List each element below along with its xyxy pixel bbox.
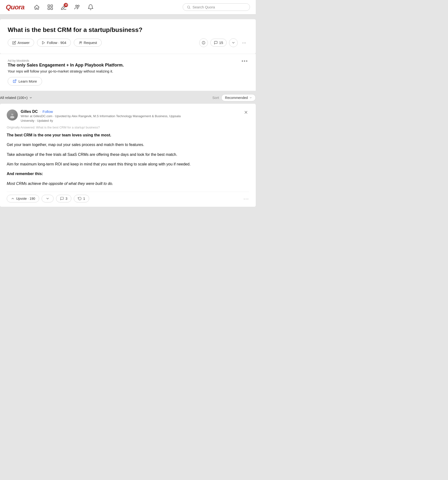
learn-more-label: Learn More: [19, 79, 37, 83]
info-icon: [202, 41, 205, 45]
answer-label: Answer: [18, 41, 29, 45]
user-name-row: Gilles DC · Follow: [21, 109, 189, 114]
nav-home-button[interactable]: [32, 2, 42, 12]
answer-footer: Upvote · 190 3 1: [7, 192, 249, 202]
avatar-svg: [9, 111, 16, 119]
comment-icon: [214, 41, 218, 45]
answer-comment-button[interactable]: 3: [56, 195, 71, 202]
answer-share-count: 1: [83, 197, 85, 200]
spaces-icon: [74, 4, 80, 10]
svg-point-7: [188, 6, 190, 8]
svg-point-6: [77, 7, 77, 8]
question-card: What is the best CRM for a startup/busin…: [0, 19, 256, 54]
svg-point-11: [203, 43, 203, 43]
write-badge: 10: [64, 3, 68, 7]
svg-point-5: [78, 5, 79, 7]
comment-count: 15: [219, 41, 223, 45]
answer-user: Gilles DC · Follow Writer at GillesDC.co…: [7, 109, 189, 123]
learn-more-button[interactable]: Learn More: [8, 77, 42, 85]
user-name[interactable]: Gilles DC: [21, 109, 38, 114]
svg-rect-3: [51, 8, 53, 10]
answer-italic: Most CRMs achieve the opposite of what t…: [7, 182, 113, 186]
originally-answered: Originally Answered: What is the best CR…: [7, 126, 249, 129]
chevron-down-icon-sort: [249, 96, 252, 99]
edit-icon: [12, 41, 16, 45]
info-button[interactable]: [199, 38, 208, 47]
answer-comment-icon: [60, 197, 64, 200]
sort-button[interactable]: Recommended: [221, 94, 256, 101]
question-actions: Answer Follow · 904 Request: [8, 38, 248, 47]
svg-rect-0: [48, 5, 50, 7]
chevron-down-icon: [29, 96, 32, 99]
avatar-image: [7, 109, 18, 120]
answer-more-button[interactable]: ···: [244, 196, 249, 201]
nav-spaces-button[interactable]: [72, 2, 82, 12]
ad-description: Your reps will follow your go-to-market …: [8, 69, 248, 73]
downvote-icon: [231, 41, 235, 45]
answer-comment-count: 3: [65, 197, 67, 200]
filter-all-related[interactable]: All related (100+): [0, 96, 32, 100]
answer-header: Gilles DC · Follow Writer at GillesDC.co…: [7, 109, 249, 123]
svg-rect-2: [48, 8, 50, 10]
feed-icon: [47, 4, 53, 10]
answer-para-2: Take advantage of the free trials all Sa…: [7, 152, 249, 158]
answer-downvote-icon: [46, 197, 50, 200]
navbar: Quora 10: [0, 0, 256, 14]
main-content: What is the best CRM for a startup/busin…: [0, 14, 256, 212]
answer-body: The best CRM is the one your team loves …: [7, 132, 249, 187]
sort-value: Recommended: [225, 96, 248, 100]
quora-logo[interactable]: Quora: [6, 3, 24, 11]
share-icon: [78, 197, 82, 200]
request-icon: [78, 41, 82, 45]
question-actions-right: 15 ···: [199, 38, 248, 47]
bell-icon: [87, 4, 94, 10]
nav-feed-button[interactable]: [45, 2, 55, 12]
answer-card: Gilles DC · Follow Writer at GillesDC.co…: [0, 104, 256, 207]
home-icon: [34, 4, 40, 10]
svg-point-14: [10, 116, 14, 118]
separator: ·: [40, 110, 41, 113]
nav-write-button[interactable]: 10: [59, 2, 68, 12]
svg-rect-1: [51, 5, 53, 7]
avatar: [7, 109, 18, 120]
ad-card: ••• Ad by bloobirds The only Sales Engag…: [0, 54, 256, 91]
ad-label: Ad by bloobirds: [8, 59, 29, 63]
nav-icons: 10: [32, 2, 177, 12]
ad-more-button[interactable]: •••: [242, 58, 248, 64]
question-title: What is the best CRM for a startup/busin…: [8, 26, 248, 34]
request-label: Request: [84, 41, 97, 45]
answer-downvote-button[interactable]: [42, 195, 54, 202]
nav-notifications-button[interactable]: [86, 2, 95, 12]
filter-row: All related (100+) Sort Recommended: [0, 91, 256, 104]
answer-bold-2: And remember this:: [7, 172, 43, 176]
downvote-button[interactable]: [229, 38, 238, 47]
follow-label: Follow · 904: [47, 41, 66, 45]
answer-para-3: Aim for maximum long-term ROI and keep i…: [7, 161, 249, 167]
request-button[interactable]: Request: [74, 39, 102, 47]
follow-button[interactable]: Follow · 904: [37, 39, 71, 47]
upvote-label: Upvote · 190: [16, 197, 35, 200]
filter-label: All related (100+): [0, 96, 28, 100]
search-placeholder: Search Quora: [193, 5, 215, 9]
filter-sort: Sort Recommended: [212, 94, 256, 101]
search-bar[interactable]: Search Quora: [183, 3, 250, 11]
comment-button[interactable]: 15: [210, 39, 227, 47]
sort-label: Sort: [212, 96, 219, 100]
close-answer-button[interactable]: ✕: [243, 109, 249, 115]
answer-button[interactable]: Answer: [8, 39, 34, 47]
user-info: Gilles DC · Follow Writer at GillesDC.co…: [21, 109, 189, 123]
ad-headline: The only Sales Engagement + In App Playb…: [8, 63, 248, 68]
svg-point-4: [76, 5, 77, 7]
author-follow-button[interactable]: Follow: [43, 109, 53, 113]
answer-bold-1: The best CRM is the one your team loves …: [7, 133, 111, 137]
search-icon: [187, 5, 191, 9]
more-button[interactable]: ···: [240, 39, 248, 46]
svg-point-16: [12, 113, 12, 114]
answer-share-button[interactable]: 1: [74, 195, 89, 202]
upvote-button[interactable]: Upvote · 190: [7, 195, 39, 202]
answer-para-1: Get your team together, map out your sal…: [7, 142, 249, 148]
upvote-icon: [11, 197, 15, 200]
svg-point-17: [13, 113, 13, 114]
svg-line-12: [14, 80, 16, 81]
user-meta: Writer at GillesDC.com · Upvoted by Alex…: [21, 114, 189, 123]
